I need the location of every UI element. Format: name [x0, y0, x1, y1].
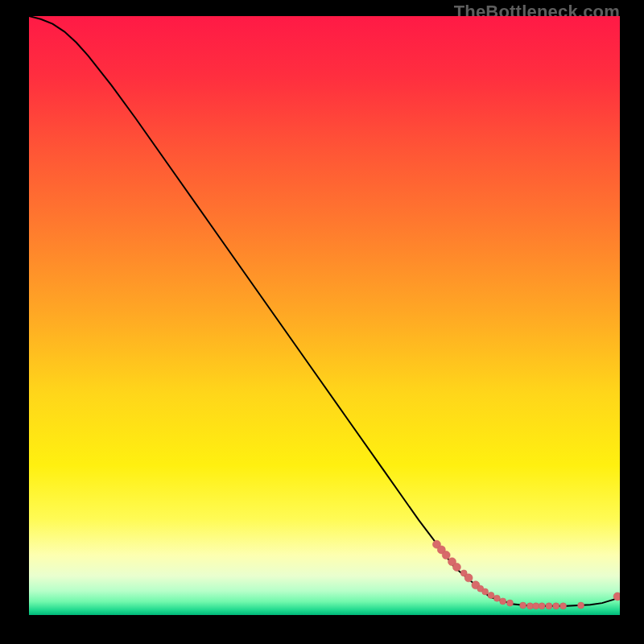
data-point: [506, 600, 513, 606]
data-point: [613, 592, 620, 601]
data-point: [546, 603, 552, 609]
data-point: [520, 602, 526, 609]
gradient-background: [29, 16, 620, 615]
data-point: [578, 602, 584, 609]
data-point: [452, 563, 460, 571]
data-point: [482, 588, 489, 595]
data-point: [553, 603, 559, 609]
data-point: [526, 603, 533, 609]
chart-container: TheBottleneck.com: [0, 0, 644, 644]
data-point: [493, 595, 500, 601]
data-point: [464, 574, 473, 582]
data-point: [500, 598, 506, 605]
data-point: [539, 603, 545, 609]
chart-svg: [29, 16, 620, 615]
data-point: [488, 592, 494, 598]
data-point: [533, 603, 539, 609]
data-point: [442, 551, 450, 559]
data-point: [560, 603, 567, 609]
